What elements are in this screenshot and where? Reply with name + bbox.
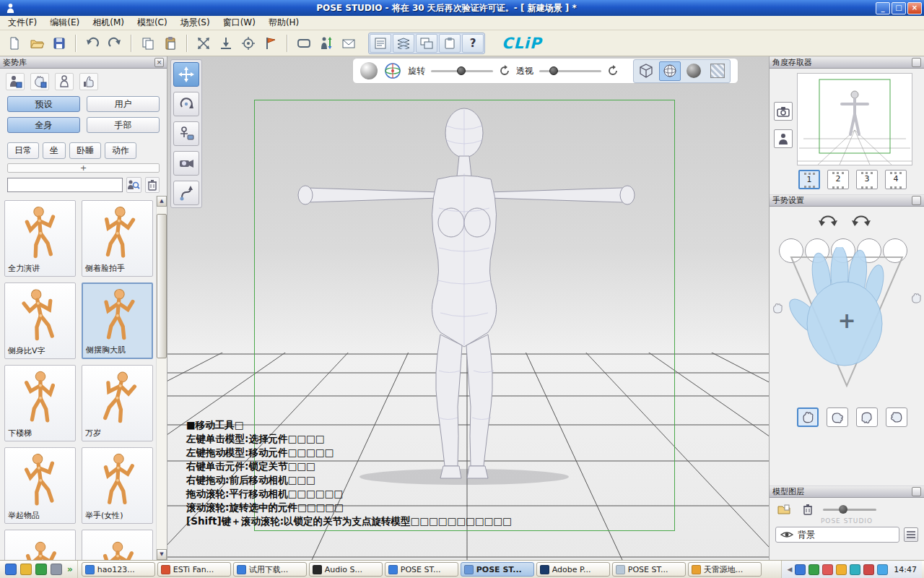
task-button[interactable]: POSE ST...: [612, 562, 686, 577]
flag-button[interactable]: [261, 33, 281, 53]
task-button-active[interactable]: POSE ST...: [461, 562, 534, 577]
tray-icon[interactable]: [795, 564, 806, 575]
menu-window[interactable]: 窗口(W): [217, 15, 262, 30]
register-hand-button[interactable]: [30, 73, 49, 90]
rotate-tool-button[interactable]: [173, 92, 199, 116]
tab-lie[interactable]: 卧睡: [69, 142, 101, 159]
layer-opacity-slider[interactable]: [823, 504, 876, 514]
new-file-button[interactable]: [4, 33, 25, 53]
hand-pose-button-1[interactable]: [797, 407, 819, 427]
transform-button[interactable]: [193, 33, 214, 53]
menu-edit[interactable]: 编辑(E): [43, 15, 86, 30]
menu-camera[interactable]: 相机(M): [86, 15, 131, 30]
pose-item[interactable]: 万岁: [82, 365, 153, 441]
delete-layer-button[interactable]: [799, 502, 816, 517]
task-button[interactable]: POSE ST...: [385, 562, 458, 577]
angle-slot-1[interactable]: 1: [798, 170, 820, 189]
angle-slot-2[interactable]: 2: [827, 170, 849, 189]
paste-button[interactable]: [160, 33, 180, 53]
tray-icon[interactable]: [863, 564, 874, 575]
drop-to-floor-button[interactable]: [216, 33, 236, 53]
shaded-sphere-button[interactable]: [683, 61, 705, 81]
task-button[interactable]: ESTi Fan...: [157, 562, 231, 577]
pose-library-close-button[interactable]: ×: [154, 58, 164, 67]
panel-menu-button[interactable]: [912, 487, 921, 496]
tray-collapse-icon[interactable]: ◀: [787, 566, 792, 573]
eye-icon[interactable]: [780, 530, 793, 539]
document-panel-button[interactable]: [370, 34, 391, 53]
joint-tool-button[interactable]: [173, 181, 199, 205]
tab-action[interactable]: 动作: [105, 142, 136, 159]
perspective-reset-icon[interactable]: [607, 65, 619, 77]
maximize-button[interactable]: □: [892, 2, 906, 14]
scrollbar-thumb[interactable]: [157, 214, 167, 358]
minimize-button[interactable]: _: [876, 2, 890, 14]
task-button[interactable]: Audio S...: [309, 562, 383, 577]
quicklaunch-icon[interactable]: [51, 564, 62, 575]
pose-item[interactable]: [4, 530, 76, 560]
hand-control[interactable]: +: [778, 247, 915, 402]
frame-select-button[interactable]: [294, 33, 314, 53]
hand-pose-button-4[interactable]: [886, 407, 907, 427]
filter-hand-button[interactable]: 手部: [87, 117, 160, 133]
tray-icon[interactable]: [836, 564, 847, 575]
viewport-3d[interactable]: 旋转 透视 ■移动工具□ 左键单击模型:选择元件□□□□ 左键拖动模型:移动元件…: [167, 56, 769, 560]
filter-user-button[interactable]: 用户: [87, 96, 160, 112]
angle-slot-4[interactable]: 4: [885, 170, 907, 189]
rotate-slider-thumb[interactable]: [457, 66, 466, 75]
help-button[interactable]: ?: [462, 34, 484, 53]
scrollbar-track[interactable]: [157, 207, 167, 549]
quicklaunch-expand-icon[interactable]: »: [66, 564, 74, 574]
pose-scrollbar[interactable]: ▲ ▼: [156, 196, 167, 560]
background-layer-item[interactable]: 背景: [775, 527, 899, 543]
panel-menu-button[interactable]: [912, 196, 921, 205]
mail-export-button[interactable]: [339, 33, 359, 53]
save-button[interactable]: [49, 33, 69, 53]
clipboard-panel-button[interactable]: [439, 34, 461, 53]
tray-icon[interactable]: [808, 564, 819, 575]
filter-fullbody-button[interactable]: 全身: [7, 117, 80, 133]
layer-slider-thumb[interactable]: [839, 505, 847, 514]
pose-item[interactable]: 侧着脸拍手: [82, 200, 153, 277]
wireframe-sphere-button[interactable]: [659, 61, 681, 81]
task-button[interactable]: 天雷源地...: [688, 562, 762, 577]
rotate-hands-left-icon[interactable]: [817, 212, 839, 228]
capture-pose-button[interactable]: [55, 73, 74, 90]
hand-pose-button-2[interactable]: [827, 407, 848, 427]
filter-preset-button[interactable]: 预设: [7, 96, 80, 112]
task-button[interactable]: 试用下载...: [233, 562, 307, 577]
quicklaunch-icon[interactable]: [35, 564, 47, 575]
move-tool-button[interactable]: [173, 62, 199, 87]
menu-scene[interactable]: 场景(S): [174, 15, 217, 30]
redo-button[interactable]: [105, 33, 125, 53]
pose-item[interactable]: 举起物品: [4, 447, 76, 524]
camera-tool-button[interactable]: [173, 151, 199, 176]
tray-icon[interactable]: [877, 564, 888, 575]
rotate-reset-icon[interactable]: [499, 65, 510, 77]
axis-gizmo-icon[interactable]: [383, 61, 402, 80]
thumbs-up-button[interactable]: [79, 73, 98, 90]
menu-model[interactable]: 模型(C): [131, 15, 174, 30]
windows-panel-button[interactable]: [416, 34, 437, 53]
rotate-hands-right-icon[interactable]: [850, 212, 872, 228]
quicklaunch-icon[interactable]: [5, 564, 17, 575]
panel-menu-button[interactable]: [912, 58, 921, 67]
angle-preview[interactable]: [797, 73, 912, 165]
quicklaunch-icon[interactable]: [20, 564, 32, 575]
category-expand-button[interactable]: +: [7, 163, 160, 173]
open-file-button[interactable]: [27, 33, 47, 53]
angle-figure-button[interactable]: [774, 129, 793, 148]
texture-pattern-button[interactable]: [707, 61, 728, 81]
cube-view-button[interactable]: [635, 61, 657, 81]
angle-camera-button[interactable]: [774, 102, 793, 121]
copy-button[interactable]: [138, 33, 158, 53]
perspective-slider-thumb[interactable]: [549, 66, 558, 75]
hand-left-icon[interactable]: [771, 302, 784, 315]
tab-daily[interactable]: 日常: [7, 142, 39, 159]
pose-search-input[interactable]: [7, 178, 123, 192]
register-pose-button[interactable]: [6, 73, 25, 90]
task-button[interactable]: hao123...: [82, 562, 155, 577]
layer-list-button[interactable]: [904, 527, 918, 542]
hand-right-icon[interactable]: [910, 292, 923, 305]
undo-button[interactable]: [82, 33, 103, 53]
